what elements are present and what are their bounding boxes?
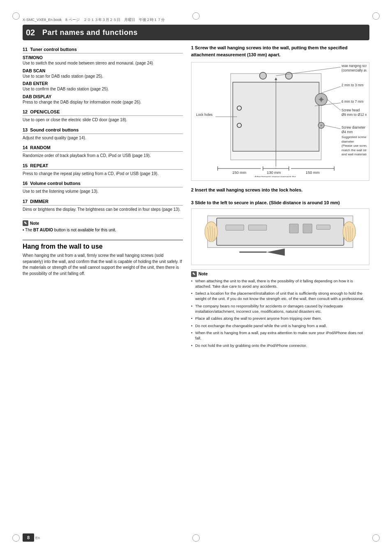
section-14-num: 14 RANDOM (23, 145, 51, 150)
section-17: 17 DIMMER Dims or brightens the display.… (23, 199, 183, 213)
svg-text:6 mm to 7 mm: 6 mm to 7 mm (341, 99, 364, 104)
note-item-7: Do not hold the unit by grabbing onto th… (191, 343, 369, 348)
corner-mark-tr (372, 12, 380, 20)
svg-text:150 mm: 150 mm (306, 170, 320, 175)
diagram-2 (191, 208, 369, 265)
svg-point-11 (321, 125, 322, 126)
corner-mark-br (372, 534, 380, 542)
svg-rect-49 (249, 225, 267, 230)
svg-line-36 (324, 125, 341, 129)
svg-text:Screw head: Screw head (341, 108, 360, 112)
diagram-2-svg (194, 211, 367, 261)
section-13-num: 13 Sound control buttons (23, 127, 78, 132)
hang-section: Hang from the wall to use When hanging t… (23, 240, 183, 277)
file-info-text: X-SMC_VXE8_En.book 8 ページ ２０１３年３月２５日 月曜日 … (23, 17, 165, 23)
section-16-num: 16 Volume control buttons (23, 181, 81, 186)
section-11: 11 Tuner control buttons ST/MONO Use to … (23, 47, 183, 105)
svg-text:Wall hanging screws: Wall hanging screws (341, 65, 367, 68)
svg-text:(Please use screws that: (Please use screws that (341, 144, 367, 148)
left-column: 11 Tuner control buttons ST/MONO Use to … (23, 44, 183, 529)
body-dab-scan: Use to scan for DAB radio station (page … (23, 74, 183, 80)
section-17-title: DIMMER (30, 199, 48, 204)
hang-body: When hanging the unit from a wall, firml… (23, 253, 183, 277)
svg-text:Suggested screw: Suggested screw (341, 136, 367, 139)
section-11-num: 11 Tuner control buttons (23, 47, 77, 52)
diagram-1-svg: 130 mm 150 mm 150 mm Wall hanging screws… (194, 65, 367, 177)
note-list-right: When attaching the unit to the wall, the… (191, 278, 369, 348)
note-label-left: ✎ Note (23, 220, 183, 226)
svg-text:Lock holes: Lock holes (196, 113, 212, 117)
svg-line-33 (327, 99, 341, 110)
note-icon-right: ✎ (191, 271, 197, 277)
svg-rect-52 (316, 225, 330, 229)
section-15-title: REPEAT (30, 163, 48, 168)
divider-13 (23, 134, 183, 134)
svg-rect-50 (289, 224, 298, 233)
svg-line-27 (321, 87, 341, 93)
note-item-6: When the unit is hanging from a wall, pa… (191, 330, 369, 341)
svg-text:2 mm to 3 mm: 2 mm to 3 mm (341, 83, 364, 88)
svg-point-53 (205, 222, 218, 242)
svg-text:150 mm: 150 mm (232, 170, 246, 175)
body-16: Use to set the listening volume (page 13… (23, 189, 183, 195)
divider-11 (23, 53, 183, 53)
page-lang: En (35, 536, 40, 540)
svg-rect-51 (303, 224, 312, 233)
section-15-num: 15 REPEAT (23, 163, 48, 168)
divider-14 (23, 151, 183, 152)
sub-dab-display: DAB DISPLAY (23, 94, 183, 99)
note-label-text-right: Note (198, 272, 208, 276)
hang-title: Hang from the wall to use (23, 243, 183, 250)
section-11-title: Tuner control buttons (30, 47, 76, 52)
sub-dab-enter: DAB ENTER (23, 81, 183, 86)
svg-marker-63 (267, 249, 285, 256)
svg-rect-48 (226, 225, 244, 230)
section-12: 12 OPEN/CLOSE Use to open or close the e… (23, 109, 183, 123)
svg-point-58 (343, 222, 356, 242)
body-12: Use to open or close the electric slide … (23, 117, 183, 123)
body-15: Press to change the repeat play setting … (23, 171, 183, 177)
right-column: 1 Screw the wall hanging screws into the… (191, 44, 369, 529)
diagram-1: 130 mm 150 mm 150 mm Wall hanging screws… (191, 62, 369, 181)
svg-text:and wall materials): and wall materials) (341, 153, 367, 157)
svg-text:(commercially available): (commercially available) (341, 68, 367, 72)
note-text-left: • The BT AUDIO button is not available f… (23, 227, 183, 233)
svg-rect-47 (217, 218, 344, 245)
section-16-title: Volume control buttons (30, 181, 81, 186)
note-item-4: Place all cables along the wall to preve… (191, 316, 369, 321)
svg-text:Screw diameter: Screw diameter (341, 125, 365, 129)
section-13: 13 Sound control buttons Adjust the soun… (23, 127, 183, 141)
body-dab-enter: Use to confirm the DAB radio station (pa… (23, 86, 183, 92)
section-16: 16 Volume control buttons Use to set the… (23, 181, 183, 195)
section-12-num: 12 OPEN/CLOSE (23, 109, 60, 114)
body-st-mono: Use to switch the sound mode between ste… (23, 60, 183, 67)
note-label-right: ✎ Note (191, 271, 369, 277)
note-item-1: When attaching the unit to the wall, the… (191, 278, 369, 289)
note-icon-left: ✎ (23, 220, 28, 226)
chapter-number: 02 (26, 28, 37, 37)
right-step3-title: 3 Slide to the left to secure in place. … (191, 199, 369, 206)
page-number: 8 (23, 533, 34, 542)
divider-16 (23, 187, 183, 187)
sub-st-mono: ST/MONO (23, 55, 183, 60)
svg-text:diameter: diameter (341, 140, 354, 143)
corner-mark-bm (192, 534, 200, 542)
body-17: Dims or brightens the display. The brigh… (23, 207, 183, 213)
section-14-title: RANDOM (30, 145, 51, 150)
svg-text:Attachment measurement for: Attachment measurement for (254, 175, 296, 177)
main-content: 11 Tuner control buttons ST/MONO Use to … (23, 44, 369, 529)
header-bar: 02 Part names and functions (23, 25, 369, 40)
sub-dab-scan: DAB SCAN (23, 68, 183, 73)
section-17-num: 17 DIMMER (23, 199, 48, 204)
divider-17 (23, 205, 183, 205)
note-box-right: ✎ Note When attaching the unit to the wa… (191, 269, 369, 348)
body-14: Randomize order of track playback from a… (23, 153, 183, 159)
corner-mark-bl (12, 534, 20, 542)
svg-point-5 (286, 72, 293, 79)
note-item-3: The company bears no responsibility for … (191, 303, 369, 314)
corner-mark-tl (12, 12, 20, 20)
right-step1-title: 1 Screw the wall hanging screws into the… (191, 44, 369, 58)
svg-text:130 mm: 130 mm (267, 170, 281, 175)
body-13: Adjust the sound quality (page 14). (23, 135, 183, 141)
svg-text:Ø9 mm to Ø12 mm: Ø9 mm to Ø12 mm (341, 113, 367, 117)
